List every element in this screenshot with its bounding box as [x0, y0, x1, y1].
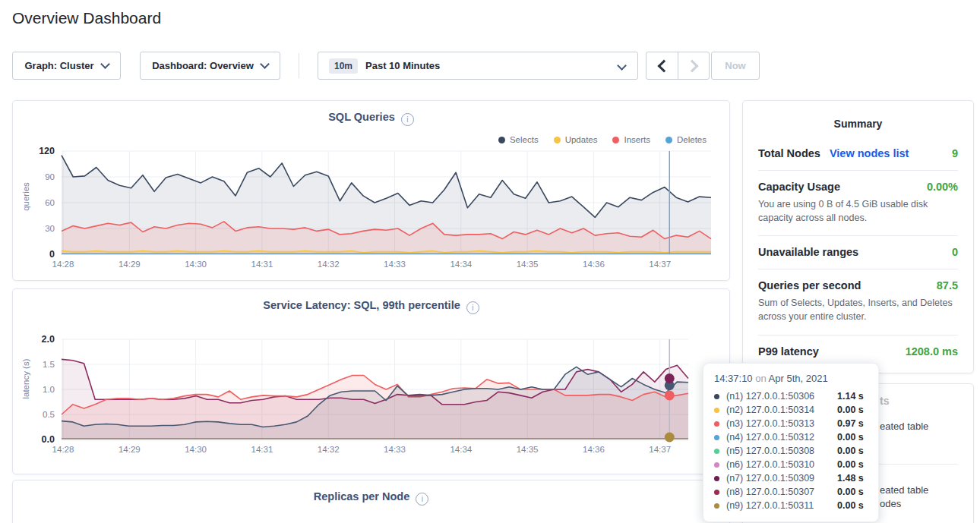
node-color-dot-icon	[714, 449, 719, 454]
svg-text:14:30: 14:30	[185, 260, 207, 269]
svg-text:120: 120	[39, 146, 55, 156]
node-address: (n5) 127.0.0.1:50308	[726, 446, 837, 456]
node-latency-value: 1.48 s	[837, 473, 864, 484]
total-nodes-value: 9	[952, 147, 958, 159]
view-nodes-list-link[interactable]: View nodes list	[830, 147, 909, 159]
page-title: Overview Dashboard	[12, 9, 161, 27]
time-back-button[interactable]	[646, 52, 678, 79]
p99-label: P99 latency	[758, 345, 819, 358]
event-item[interactable]: eated table	[880, 421, 928, 432]
sql-queries-chart[interactable]: 14:2814:2914:3014:3114:3214:3314:3414:35…	[13, 101, 731, 282]
svg-text:1.5: 1.5	[43, 360, 55, 369]
p99-value: 1208.0 ms	[906, 345, 958, 358]
replicas-per-node-title: Replicas per Nodei	[13, 490, 729, 506]
svg-text:14:33: 14:33	[384, 445, 406, 454]
svg-text:14:35: 14:35	[517, 445, 539, 454]
node-address: (n3) 127.0.0.1:50313	[726, 418, 837, 429]
svg-text:14:29: 14:29	[119, 445, 141, 454]
svg-text:60: 60	[45, 198, 55, 207]
time-range-dropdown[interactable]: 10m Past 10 Minutes	[318, 52, 638, 80]
svg-text:14:29: 14:29	[119, 260, 141, 269]
now-button-label: Now	[725, 60, 745, 71]
svg-text:14:33: 14:33	[384, 260, 406, 269]
chevron-down-icon	[100, 59, 110, 69]
node-address: (n7) 127.0.0.1:50309	[726, 473, 837, 484]
tooltip-node-row: (n9) 127.0.0.1:503110.00 s	[714, 499, 868, 512]
node-color-dot-icon	[714, 408, 719, 413]
time-nav-group	[646, 52, 710, 80]
node-address: (n8) 127.0.0.1:50307	[726, 487, 837, 497]
node-color-dot-icon	[714, 476, 719, 481]
node-color-dot-icon	[714, 421, 719, 427]
svg-text:14:37: 14:37	[649, 445, 671, 454]
svg-text:14:36: 14:36	[583, 260, 605, 269]
tooltip-node-row: (n2) 127.0.0.1:503140.00 s	[714, 403, 868, 417]
node-color-dot-icon	[714, 394, 719, 399]
info-icon[interactable]: i	[416, 493, 428, 506]
chart-title-text: Replicas per Node	[314, 490, 410, 503]
tooltip-node-row: (n1) 127.0.0.1:503061.14 s	[714, 389, 868, 403]
summary-row-total-nodes: Total Nodes View nodes list 9	[758, 137, 958, 159]
svg-text:0.5: 0.5	[43, 410, 55, 419]
capacity-label: Capacity Usage	[758, 181, 840, 193]
service-latency-card: Service Latency: SQL, 99th percentilei l…	[12, 288, 730, 474]
node-latency-value: 1.14 s	[837, 391, 864, 402]
events-heading-fragment: ts	[880, 395, 889, 407]
event-item[interactable]: odes	[880, 498, 901, 509]
capacity-desc: You are using 0 B of 4.5 GiB usable disk…	[758, 197, 958, 225]
qps-desc: Sum of Selects, Updates, Inserts, and De…	[758, 296, 958, 323]
svg-text:14:28: 14:28	[52, 260, 74, 269]
now-button[interactable]: Now	[711, 52, 760, 80]
svg-text:14:34: 14:34	[450, 445, 472, 454]
svg-text:0.0: 0.0	[42, 434, 55, 445]
svg-text:30: 30	[45, 224, 55, 233]
time-forward-button[interactable]	[678, 52, 709, 79]
tooltip-node-row: (n8) 127.0.0.1:503070.00 s	[714, 485, 868, 499]
node-address: (n6) 127.0.0.1:50310	[726, 459, 837, 470]
chevron-down-icon	[617, 61, 627, 71]
summary-title: Summary	[758, 118, 958, 130]
tooltip-timestamp: 14:37:10 on Apr 5th, 2021	[714, 373, 868, 384]
dashboard-dropdown[interactable]: Dashboard: Overview	[140, 52, 280, 80]
tooltip-node-row: (n7) 127.0.0.1:503091.48 s	[714, 471, 868, 485]
svg-text:1.0: 1.0	[43, 385, 55, 394]
node-address: (n1) 127.0.0.1:50306	[726, 391, 837, 402]
event-item[interactable]: eated table	[880, 484, 928, 496]
chevron-right-icon	[686, 59, 699, 72]
toolbar-divider	[299, 53, 299, 78]
summary-row-qps: Queries per second 87.5	[758, 269, 958, 291]
node-color-dot-icon	[714, 503, 719, 509]
svg-text:14:37: 14:37	[649, 260, 671, 269]
svg-text:14:31: 14:31	[251, 445, 273, 454]
chevron-left-icon	[657, 59, 670, 72]
svg-text:14:35: 14:35	[517, 260, 539, 269]
tooltip-time: 14:37:10	[714, 373, 753, 384]
node-latency-value: 0.00 s	[837, 432, 864, 443]
node-latency-value: 0.97 s	[837, 418, 864, 429]
summary-row-p99: P99 latency 1208.0 ms	[758, 336, 958, 358]
node-address: (n2) 127.0.0.1:50314	[726, 405, 837, 415]
svg-text:14:28: 14:28	[52, 445, 74, 454]
svg-text:14:32: 14:32	[318, 445, 340, 454]
unavailable-ranges-value: 0	[952, 246, 958, 258]
node-address: (n4) 127.0.0.1:50312	[726, 432, 837, 443]
tooltip-date: Apr 5th, 2021	[769, 373, 828, 384]
svg-text:14:31: 14:31	[251, 260, 273, 269]
tooltip-node-row: (n6) 127.0.0.1:503100.00 s	[714, 458, 868, 471]
svg-text:14:36: 14:36	[583, 445, 605, 454]
sql-queries-card: SQL Queriesi SelectsUpdatesInsertsDelete…	[12, 100, 730, 281]
svg-text:14:30: 14:30	[185, 445, 207, 454]
total-nodes-label: Total Nodes	[758, 147, 820, 159]
summary-card: Summary Total Nodes View nodes list 9 Ca…	[742, 100, 974, 373]
tooltip-node-row: (n4) 127.0.0.1:503120.00 s	[714, 430, 868, 444]
node-color-dot-icon	[714, 490, 719, 495]
unavailable-ranges-label: Unavailable ranges	[758, 246, 858, 258]
service-latency-chart[interactable]: 14:2814:2914:3014:3114:3214:3314:3414:35…	[13, 289, 731, 475]
dashboard-dropdown-label: Dashboard: Overview	[152, 60, 254, 71]
node-address: (n9) 127.0.0.1:50311	[726, 500, 837, 511]
node-color-dot-icon	[714, 435, 719, 440]
replicas-per-node-card: Replicas per Nodei	[12, 480, 730, 523]
tooltip-on: on	[755, 373, 766, 384]
tooltip-node-row: (n5) 127.0.0.1:503080.00 s	[714, 444, 868, 458]
graph-dropdown[interactable]: Graph: Cluster	[12, 52, 121, 80]
